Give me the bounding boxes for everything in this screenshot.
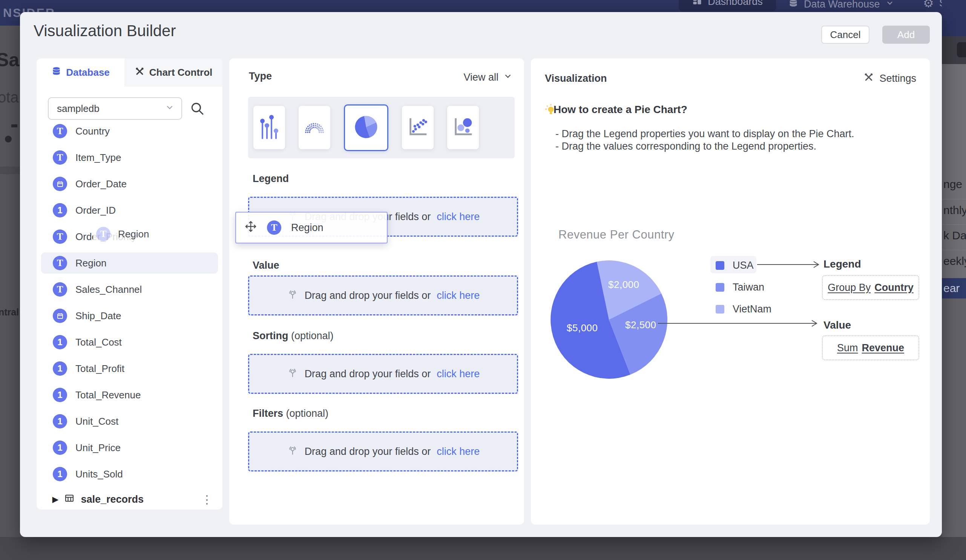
dropzone-sorting[interactable]: Drag and drop your fields orclick here — [248, 354, 518, 394]
database-select[interactable]: sampledb — [48, 97, 182, 120]
field-item-item_type[interactable]: TItem_Type — [41, 147, 218, 168]
table-name: sale_records — [80, 494, 144, 505]
save-icon — [957, 42, 966, 57]
view-all-label: View all — [463, 72, 498, 83]
field-label: Region — [76, 257, 106, 269]
section-label-value: Value — [253, 260, 279, 271]
cancel-button[interactable]: Cancel — [821, 26, 869, 44]
add-button[interactable]: Add — [882, 26, 930, 44]
bg-right-lower — [942, 298, 966, 540]
value-arrow — [658, 319, 820, 327]
chart-type-arc[interactable] — [299, 106, 330, 149]
hand-drag-icon — [287, 367, 299, 382]
field-item-region[interactable]: TRegion — [41, 252, 218, 273]
kebab-menu-icon[interactable]: ⋮ — [201, 493, 218, 506]
sum-value: Revenue — [862, 342, 904, 354]
bg-menu-item-eekly: eekly — [942, 250, 966, 272]
dropzone-value[interactable]: Drag and drop your fields orclick here — [248, 275, 518, 315]
pie-icon — [353, 114, 379, 141]
chart-config-panel: Type View all LegendDrag and drop your f… — [229, 58, 524, 525]
bg-mark — [12, 124, 17, 128]
pie-legend-item-taiwan[interactable]: Taiwan — [716, 280, 764, 294]
settings-label: Settings — [879, 73, 916, 84]
chart-type-lollipop[interactable] — [253, 106, 285, 149]
hand-drag-icon — [287, 444, 299, 459]
move-icon — [244, 220, 257, 236]
nav-data-warehouse[interactable]: Data Warehouse — [788, 0, 894, 11]
field-label: Total_Revenue — [76, 389, 141, 401]
dropzone-click-here-link[interactable]: click here — [437, 368, 480, 380]
field-item-total_profit[interactable]: 1Total_Profit — [41, 358, 218, 379]
dropzone-click-here-link[interactable]: click here — [437, 211, 480, 223]
tools-icon — [863, 72, 874, 85]
field-type-text-icon: T — [53, 282, 67, 296]
bg-bottom-strip — [0, 537, 966, 560]
nav-dashboards-label: Dashboards — [708, 0, 763, 8]
chart-title: Revenue Per Country — [559, 228, 675, 242]
chart-type-pie-selected[interactable] — [344, 105, 388, 151]
pie-legend-item-vietnam[interactable]: VietNam — [716, 302, 771, 316]
field-label: Total_Profit — [76, 363, 125, 375]
chart-type-scatter[interactable] — [402, 106, 434, 149]
field-type-number-icon: 1 — [53, 203, 67, 218]
chevron-down-icon — [886, 0, 894, 10]
legend-arrow — [757, 260, 821, 269]
annotation-value-box[interactable]: Sum Revenue — [822, 336, 919, 360]
pie-legend-item-usa[interactable]: USA — [716, 259, 754, 272]
field-label: Total_Cost — [76, 337, 122, 348]
field-item-total_cost[interactable]: 1Total_Cost — [41, 332, 218, 353]
field-label: Unit_Cost — [76, 416, 118, 427]
field-item-unit_price[interactable]: 1Unit_Price — [41, 437, 218, 458]
dropzone-filters[interactable]: Drag and drop your fields orclick here — [248, 432, 518, 472]
caret-right-icon[interactable]: ▶ — [53, 495, 58, 504]
drag-preview[interactable]: T Region — [235, 212, 388, 244]
nav-dashboards[interactable]: Dashboards — [678, 0, 776, 11]
database-icon — [51, 66, 61, 79]
bg-right-panel: ngenthlyk Dateeeklyear — [942, 0, 966, 560]
field-item-units_sold[interactable]: 1Units_Sold — [41, 463, 218, 485]
legend-swatch — [716, 261, 724, 270]
chevron-down-icon — [503, 71, 513, 84]
type-section-label: Type — [249, 70, 272, 82]
tab-chart-control[interactable]: Chart Control — [125, 58, 222, 87]
bg-right-navbar — [942, 0, 966, 36]
field-item-country[interactable]: TCountry — [41, 121, 218, 142]
field-item-total_revenue[interactable]: 1Total_Revenue — [41, 385, 218, 406]
field-label: Order_Date — [76, 178, 127, 190]
field-type-date-icon — [53, 309, 67, 323]
chart-type-bubble[interactable] — [447, 106, 479, 149]
field-item-ship_date[interactable]: Ship_Date — [41, 305, 218, 326]
search-icon[interactable] — [189, 101, 205, 116]
settings-button[interactable]: Settings — [863, 72, 916, 85]
field-label: Item_Type — [76, 152, 121, 164]
table-row-sale-records[interactable]: ▶ sale_records ⋮ — [41, 490, 218, 508]
bg-menu-item-nge: nge — [942, 174, 966, 195]
howto-step: - Drag the values corresponding to the L… — [555, 141, 816, 152]
bg-menu-item-nthly: nthly — [942, 199, 966, 221]
field-item-unit_cost[interactable]: 1Unit_Cost — [41, 411, 218, 432]
group-by-value: Country — [874, 282, 913, 293]
dropzone-click-here-link[interactable]: click here — [437, 446, 480, 457]
dropzone-click-here-link[interactable]: click here — [437, 290, 480, 301]
hand-drag-icon — [287, 288, 299, 303]
tab-database[interactable]: Database — [36, 58, 125, 87]
modal-title: Visualization Builder — [34, 22, 176, 40]
database-panel: Database Chart Control sampledb TCountry… — [36, 58, 222, 509]
database-select-value: sampledb — [57, 103, 100, 115]
field-item-order_date[interactable]: Order_Date — [41, 174, 218, 195]
field-item-order_id[interactable]: 1Order_ID — [41, 200, 218, 221]
slice-value-usa: $5,000 — [567, 322, 598, 334]
drag-ghost-label: Region — [118, 228, 149, 240]
database-icon — [788, 0, 798, 11]
howto-step: - Drag the Legend properties you want to… — [555, 128, 854, 140]
bg-menu-item-ear: ear — [942, 278, 966, 298]
legend-label: Taiwan — [733, 282, 764, 293]
view-all-button[interactable]: View all — [463, 71, 513, 84]
visualization-builder-modal: Visualization Builder Cancel Add Databas… — [20, 12, 942, 537]
scatter-icon — [406, 115, 429, 140]
field-item-sales_channel[interactable]: TSales_Channel — [41, 279, 218, 300]
field-type-text-icon: T — [53, 151, 67, 165]
slice-value-vietnam: $2,000 — [608, 279, 639, 291]
annotation-legend-box[interactable]: Group By Country — [822, 275, 919, 300]
howto-title: How to create a Pie Chart? — [554, 104, 687, 116]
